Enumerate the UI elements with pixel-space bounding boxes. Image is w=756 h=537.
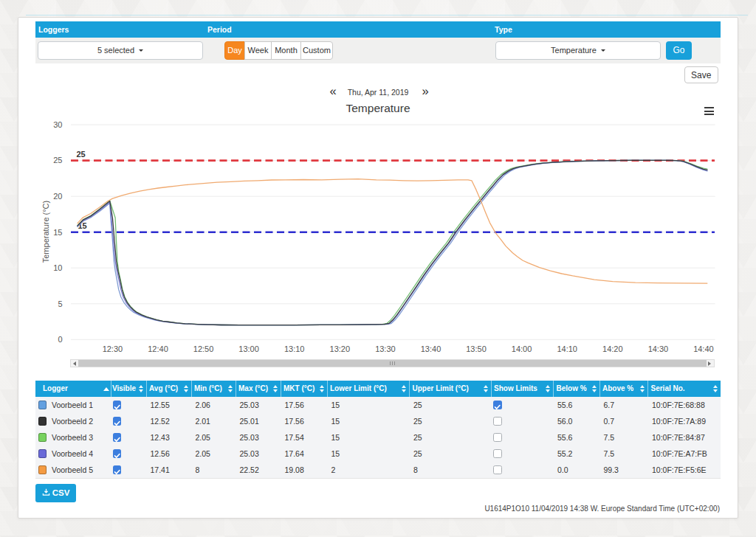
svg-text:12:30: 12:30 <box>103 344 123 353</box>
svg-text:14:00: 14:00 <box>512 344 532 353</box>
svg-text:14:10: 14:10 <box>557 344 577 353</box>
svg-text:14:20: 14:20 <box>602 344 623 353</box>
svg-text:13:50: 13:50 <box>466 344 487 353</box>
svg-text:14:40: 14:40 <box>693 344 714 353</box>
svg-text:15: 15 <box>53 228 62 237</box>
svg-text:13:10: 13:10 <box>284 344 305 353</box>
svg-text:20: 20 <box>53 192 62 201</box>
svg-text:13:40: 13:40 <box>421 344 441 353</box>
svg-text:12:50: 12:50 <box>193 344 214 353</box>
svg-text:13:20: 13:20 <box>330 344 351 353</box>
svg-text:13:00: 13:00 <box>238 344 259 353</box>
svg-text:25: 25 <box>53 156 62 164</box>
svg-text:5: 5 <box>58 299 62 308</box>
svg-text:10: 10 <box>53 263 62 272</box>
svg-text:12:40: 12:40 <box>148 344 168 353</box>
svg-text:Temperature (°C): Temperature (°C) <box>41 201 50 263</box>
svg-text:30: 30 <box>53 120 62 129</box>
svg-text:25: 25 <box>77 150 86 159</box>
svg-text:15: 15 <box>78 221 87 230</box>
svg-text:14:30: 14:30 <box>648 344 669 353</box>
svg-text:0: 0 <box>58 335 62 344</box>
svg-text:13:30: 13:30 <box>375 344 396 353</box>
